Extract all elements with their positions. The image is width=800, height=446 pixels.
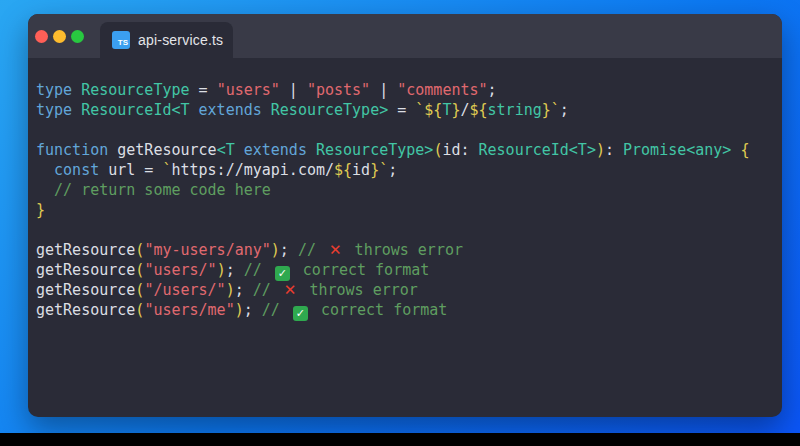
code-token: "users/me": [144, 301, 234, 319]
code-line: [36, 120, 774, 140]
code-editor-window: TS api-service.ts type ResourceType = "u…: [28, 14, 782, 417]
code-token: [36, 161, 54, 179]
code-token: ;: [235, 281, 253, 299]
code-token: ;: [244, 301, 262, 319]
code-token: getResource: [36, 261, 135, 279]
code-line: [36, 220, 774, 240]
code-token: // return some code here: [36, 181, 271, 199]
code-token: extends: [244, 141, 307, 159]
code-token: "posts": [307, 81, 370, 99]
code-line: // return some code here: [36, 180, 774, 200]
code-token: https://myapi.com/: [171, 161, 334, 179]
code-token: `${: [415, 101, 442, 119]
code-token: const: [54, 161, 99, 179]
code-token: "comments": [397, 81, 487, 99]
code-line: getResource("/users/"); // ✕ throws erro…: [36, 280, 774, 300]
code-line: function getResource<T extends ResourceT…: [36, 140, 774, 160]
code-token: throws error: [300, 281, 417, 299]
code-token: //: [298, 241, 325, 259]
code-token: ResourceId<T: [81, 101, 189, 119]
code-token: ;: [488, 81, 497, 99]
code-token: getResource: [36, 301, 135, 319]
code-token: id:: [442, 141, 478, 159]
code-token: ResourceType>: [316, 141, 433, 159]
code-token: //: [244, 261, 271, 279]
code-token: ResourceId<T>: [479, 141, 596, 159]
check-mark-icon: ✓: [293, 306, 308, 321]
code-token: [72, 81, 81, 99]
code-token: "my-users/any": [144, 241, 270, 259]
code-token: |: [370, 81, 397, 99]
code-token: string: [488, 101, 542, 119]
code-token: ;: [226, 261, 244, 279]
code-token: extends: [199, 101, 262, 119]
code-token: ): [271, 241, 280, 259]
code-token: ResourceType>: [271, 101, 388, 119]
code-area[interactable]: type ResourceType = "users" | "posts" | …: [28, 58, 782, 320]
code-line: type ResourceId<T extends ResourceType> …: [36, 100, 774, 120]
code-token: [262, 101, 271, 119]
code-token: [307, 141, 316, 159]
code-token: }: [36, 201, 45, 219]
minimize-button[interactable]: [53, 30, 66, 43]
code-token: getResource: [108, 141, 216, 159]
close-button[interactable]: [35, 30, 48, 43]
code-token: }`: [370, 161, 388, 179]
code-line: getResource("users/"); // ✓ correct form…: [36, 260, 774, 280]
code-token: |: [280, 81, 307, 99]
code-token: getResource: [36, 241, 135, 259]
code-token: Promise<any>: [623, 141, 731, 159]
code-token: ): [596, 141, 605, 159]
typescript-file-icon: TS: [112, 31, 130, 49]
code-token: getResource: [36, 281, 135, 299]
code-token: ;: [560, 101, 569, 119]
code-token: ${: [470, 101, 488, 119]
letterbox-bar: [0, 433, 800, 446]
traffic-lights: [28, 30, 84, 43]
code-token: :: [605, 141, 623, 159]
check-mark-icon: ✓: [275, 266, 290, 281]
code-token: "/users/": [144, 281, 225, 299]
code-token: url =: [99, 161, 162, 179]
code-token: ): [235, 301, 244, 319]
code-token: type: [36, 81, 72, 99]
code-token: {: [740, 141, 749, 159]
tab-api-service[interactable]: TS api-service.ts: [100, 22, 233, 58]
code-token: //: [253, 281, 280, 299]
code-token: "users/": [144, 261, 216, 279]
code-token: /: [460, 101, 469, 119]
code-line: }: [36, 200, 774, 220]
code-token: ;: [388, 161, 397, 179]
code-line: type ResourceType = "users" | "posts" | …: [36, 80, 774, 100]
code-token: throws error: [346, 241, 463, 259]
code-token: [235, 141, 244, 159]
zoom-button[interactable]: [71, 30, 84, 43]
code-token: ): [217, 261, 226, 279]
code-token: id: [352, 161, 370, 179]
code-token: [72, 101, 81, 119]
code-token: correct format: [294, 261, 429, 279]
cross-mark-icon: ✕: [284, 280, 297, 300]
code-token: =: [388, 101, 415, 119]
code-token: <T: [217, 141, 235, 159]
code-token: "users": [217, 81, 280, 99]
code-token: type: [36, 101, 72, 119]
code-token: =: [190, 81, 217, 99]
code-token: ): [226, 281, 235, 299]
window-title-bar: TS api-service.ts: [28, 14, 782, 58]
code-token: //: [262, 301, 289, 319]
code-line: getResource("my-users/any"); // ✕ throws…: [36, 240, 774, 260]
code-token: ${: [334, 161, 352, 179]
code-token: [190, 101, 199, 119]
code-token: ;: [280, 241, 298, 259]
code-line: getResource("users/me"); // ✓ correct fo…: [36, 300, 774, 320]
code-token: }`: [542, 101, 560, 119]
code-token: function: [36, 141, 108, 159]
cross-mark-icon: ✕: [329, 240, 342, 260]
code-token: correct format: [312, 301, 447, 319]
code-token: ResourceType: [81, 81, 189, 99]
code-line: const url = `https://myapi.com/${id}`;: [36, 160, 774, 180]
tab-label: api-service.ts: [138, 32, 223, 48]
